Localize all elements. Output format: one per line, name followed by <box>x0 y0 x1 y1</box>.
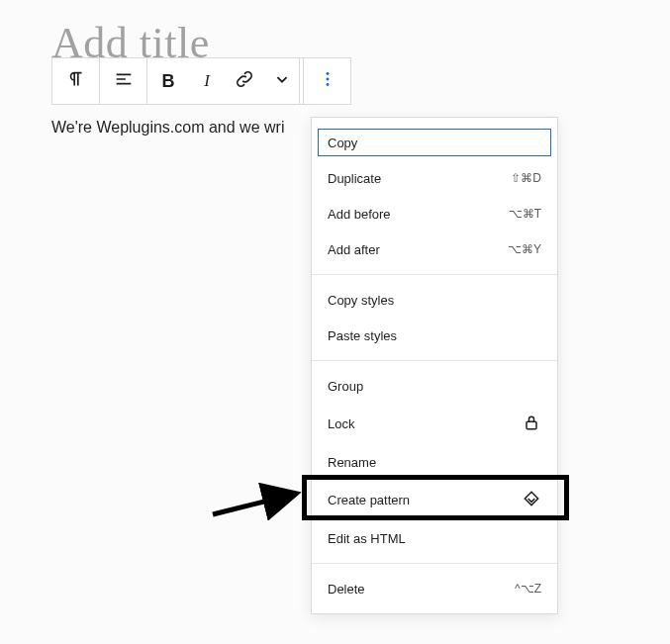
menu-item-paste-styles[interactable]: Paste styles <box>312 318 557 353</box>
link-button[interactable] <box>225 58 264 104</box>
chevron-down-icon <box>271 68 293 94</box>
menu-item-add-before[interactable]: Add before ⌥⌘T <box>312 196 557 231</box>
menu-item-label: Duplicate <box>328 171 381 186</box>
menu-item-group[interactable]: Group <box>312 368 557 404</box>
menu-item-label: Edit as HTML <box>328 531 406 546</box>
menu-item-label: Lock <box>328 416 354 431</box>
paragraph-block-button[interactable] <box>52 58 100 104</box>
menu-item-lock[interactable]: Lock <box>312 404 557 444</box>
menu-section-block: Group Lock Rename Create pattern <box>312 361 557 564</box>
link-icon <box>234 68 255 94</box>
paragraph-block-content[interactable]: We're Weplugins.com and we wri <box>51 119 284 137</box>
pattern-icon <box>522 489 541 511</box>
block-toolbar: B I <box>51 57 351 105</box>
annotation-arrow <box>203 455 312 524</box>
lock-icon <box>522 413 541 435</box>
block-options-menu: Copy Duplicate ⇧⌘D Add before ⌥⌘T Add af… <box>311 117 558 614</box>
svg-point-0 <box>326 72 329 75</box>
more-rich-text-button[interactable] <box>264 58 300 104</box>
block-options-button[interactable] <box>303 58 350 104</box>
menu-section-styles: Copy styles Paste styles <box>312 275 557 361</box>
paragraph-icon <box>65 68 87 94</box>
italic-button[interactable]: I <box>189 58 225 104</box>
align-button[interactable] <box>100 58 147 104</box>
svg-line-5 <box>213 495 292 514</box>
menu-item-add-after[interactable]: Add after ⌥⌘Y <box>312 231 557 267</box>
menu-item-label: Copy <box>328 136 357 150</box>
menu-item-edit-html[interactable]: Edit as HTML <box>312 520 557 556</box>
menu-section-delete: Delete ^⌥Z <box>312 564 557 613</box>
svg-point-2 <box>326 83 329 86</box>
more-vertical-icon <box>317 68 338 94</box>
menu-item-label: Create pattern <box>328 493 410 507</box>
menu-item-duplicate[interactable]: Duplicate ⇧⌘D <box>312 160 557 196</box>
menu-item-label: Copy styles <box>328 293 394 308</box>
shortcut-label: ⇧⌘D <box>511 171 541 185</box>
menu-item-create-pattern[interactable]: Create pattern <box>312 480 557 520</box>
menu-item-rename[interactable]: Rename <box>312 444 557 480</box>
menu-item-label: Add before <box>328 207 391 222</box>
menu-item-copy-styles[interactable]: Copy styles <box>312 282 557 318</box>
shortcut-label: ⌥⌘Y <box>508 242 541 256</box>
shortcut-label: ^⌥Z <box>515 582 541 596</box>
svg-rect-3 <box>526 421 536 429</box>
menu-item-copy[interactable]: Copy <box>314 125 555 160</box>
menu-item-delete[interactable]: Delete ^⌥Z <box>312 571 557 606</box>
menu-item-label: Delete <box>328 582 365 597</box>
shortcut-label: ⌥⌘T <box>509 207 541 221</box>
menu-section-clipboard: Copy Duplicate ⇧⌘D Add before ⌥⌘T Add af… <box>312 118 557 275</box>
menu-item-label: Paste styles <box>328 328 397 343</box>
svg-point-1 <box>326 78 329 81</box>
italic-icon: I <box>204 71 210 91</box>
menu-item-label: Rename <box>328 455 376 470</box>
bold-icon: B <box>162 71 175 92</box>
align-icon <box>113 68 135 94</box>
bold-button[interactable]: B <box>147 58 189 104</box>
menu-item-label: Add after <box>328 242 380 257</box>
menu-item-label: Group <box>328 379 363 394</box>
